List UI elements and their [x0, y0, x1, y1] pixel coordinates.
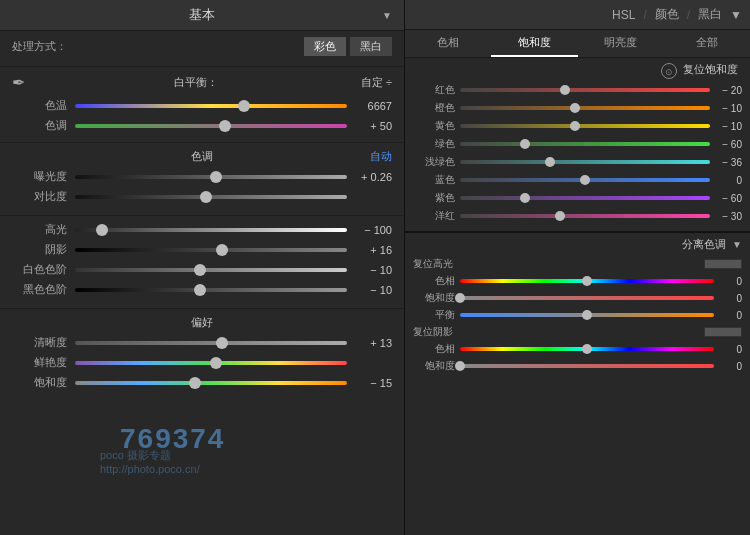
vibrance-slider[interactable]	[75, 356, 347, 370]
split-highlight-sat-row: 饱和度 0	[413, 291, 742, 305]
white-level-value: − 10	[347, 264, 392, 276]
main-container: 769374 poco 摄影专题http://photo.poco.cn/ 基本…	[0, 0, 750, 535]
tab-brightness[interactable]: 明亮度	[578, 30, 664, 57]
bw-button[interactable]: 黑白	[350, 37, 392, 56]
tint-slider[interactable]	[75, 119, 347, 133]
color-button[interactable]: 彩色	[304, 37, 346, 56]
split-balance-slider[interactable]	[460, 309, 714, 321]
hsl-yellow-value: − 10	[710, 121, 742, 132]
hsl-tabs: 色相 饱和度 明亮度 全部	[405, 30, 750, 58]
hsl-purple-slider[interactable]	[460, 192, 710, 204]
split-shadow-title: 复位阴影	[413, 325, 453, 339]
saturation-slider[interactable]	[75, 376, 347, 390]
split-highlight-hue-slider[interactable]	[460, 275, 714, 287]
hsl-magenta-label: 洋红	[413, 209, 455, 223]
bw-nav-item[interactable]: 黑白	[698, 6, 722, 23]
tint-row: 色调 + 50	[12, 118, 392, 133]
black-level-slider[interactable]	[75, 283, 347, 297]
tab-hue[interactable]: 色相	[405, 30, 491, 57]
white-level-slider[interactable]	[75, 263, 347, 277]
split-shadow-hue-label: 色相	[413, 342, 455, 356]
vibrance-label: 鲜艳度	[12, 355, 67, 370]
hsl-blue-label: 蓝色	[413, 173, 455, 187]
contrast-slider[interactable]	[75, 190, 347, 204]
exposure-value: + 0.26	[347, 171, 392, 183]
tone-title: 色调	[191, 149, 213, 164]
split-shadow-sat-row: 饱和度 0	[413, 359, 742, 373]
left-panel: 769374 poco 摄影专题http://photo.poco.cn/ 基本…	[0, 0, 405, 535]
split-balance-value: 0	[714, 310, 742, 321]
watermark-sub: poco 摄影专题http://photo.poco.cn/	[100, 448, 200, 475]
hsl-red-slider[interactable]	[460, 84, 710, 96]
contrast-row: 对比度	[12, 189, 392, 204]
split-highlight-sat-value: 0	[714, 293, 742, 304]
split-shadow-sat-slider[interactable]	[460, 360, 714, 372]
hsl-yellow-slider[interactable]	[460, 120, 710, 132]
hsl-yellow-row: 黄色 − 10	[413, 119, 742, 133]
tint-value: + 50	[347, 120, 392, 132]
highlight-swatch	[704, 259, 742, 269]
color-temp-slider[interactable]	[75, 99, 347, 113]
tint-label: 色调	[12, 118, 67, 133]
split-shadow-hue-value: 0	[714, 344, 742, 355]
right-panel: HSL / 颜色 / 黑白 ▼ 色相 饱和度 明亮度 全部 ⊙ 复位饱和度 红色	[405, 0, 750, 535]
hsl-blue-slider[interactable]	[460, 174, 710, 186]
saturation-value: − 15	[347, 377, 392, 389]
hsl-purple-label: 紫色	[413, 191, 455, 205]
split-shadow-sat-value: 0	[714, 361, 742, 372]
hsl-magenta-value: − 30	[710, 211, 742, 222]
hsl-aqua-value: − 36	[710, 157, 742, 168]
white-level-label: 白色色阶	[12, 262, 67, 277]
clarity-label: 清晰度	[12, 335, 67, 350]
split-highlight-hue-label: 色相	[413, 274, 455, 288]
hsl-purple-row: 紫色 − 60	[413, 191, 742, 205]
left-panel-header: 基本 ▼	[0, 0, 404, 31]
hsl-red-label: 红色	[413, 83, 455, 97]
split-shadow-hue-row: 色相 0	[413, 342, 742, 356]
tab-saturation[interactable]: 饱和度	[491, 30, 577, 57]
highlight-label: 高光	[12, 222, 67, 237]
hsl-green-slider[interactable]	[460, 138, 710, 150]
wb-label: 白平衡：	[32, 75, 361, 90]
shadow-label: 阴影	[12, 242, 67, 257]
split-highlight-sat-slider[interactable]	[460, 292, 714, 304]
clarity-slider[interactable]	[75, 336, 347, 350]
contrast-label: 对比度	[12, 189, 67, 204]
hsl-magenta-row: 洋红 − 30	[413, 209, 742, 223]
split-shadow-sat-label: 饱和度	[413, 359, 455, 373]
hsl-aqua-slider[interactable]	[460, 156, 710, 168]
split-shadow-hue-slider[interactable]	[460, 343, 714, 355]
hsl-red-value: − 20	[710, 85, 742, 96]
shadow-swatch	[704, 327, 742, 337]
hsl-orange-slider[interactable]	[460, 102, 710, 114]
split-balance-label: 平衡	[413, 308, 455, 322]
color-nav-item[interactable]: 颜色	[655, 6, 679, 23]
exposure-row: 曝光度 + 0.26	[12, 169, 392, 184]
split-arrow: ▼	[732, 239, 742, 250]
exposure-slider[interactable]	[75, 170, 347, 184]
tab-all[interactable]: 全部	[664, 30, 750, 57]
right-arrow: ▼	[730, 8, 742, 22]
split-highlight-sat-label: 饱和度	[413, 291, 455, 305]
saturation-label: 饱和度	[12, 375, 67, 390]
hsl-nav-item[interactable]: HSL	[612, 8, 635, 22]
hsl-purple-value: − 60	[710, 193, 742, 204]
eyedropper-icon: ✒	[12, 73, 32, 92]
white-balance-section: ✒ 白平衡： 自定 ÷ 色温 6667 色调	[0, 67, 404, 143]
hsl-content: ⊙ 复位饱和度 红色 − 20 橙色	[405, 58, 750, 231]
highlight-slider[interactable]	[75, 223, 347, 237]
watermark-text: 769374	[120, 423, 225, 455]
preference-title: 偏好	[12, 315, 392, 330]
panel-title: 基本	[189, 6, 215, 24]
color-temp-row: 色温 6667	[12, 98, 392, 113]
hsl-magenta-slider[interactable]	[460, 210, 710, 222]
split-highlight-hue-row: 色相 0	[413, 274, 742, 288]
saturation-section-title: 复位饱和度	[683, 62, 742, 77]
tone-auto[interactable]: 自动	[370, 149, 392, 164]
highlight-value: − 100	[347, 224, 392, 236]
split-tone-title: 分离色调	[682, 237, 726, 252]
target-icon[interactable]: ⊙	[661, 63, 677, 79]
right-panel-header: HSL / 颜色 / 黑白 ▼	[405, 0, 750, 30]
shadow-slider[interactable]	[75, 243, 347, 257]
split-tone-content: 复位高光 色相 0 饱和度	[405, 257, 750, 373]
